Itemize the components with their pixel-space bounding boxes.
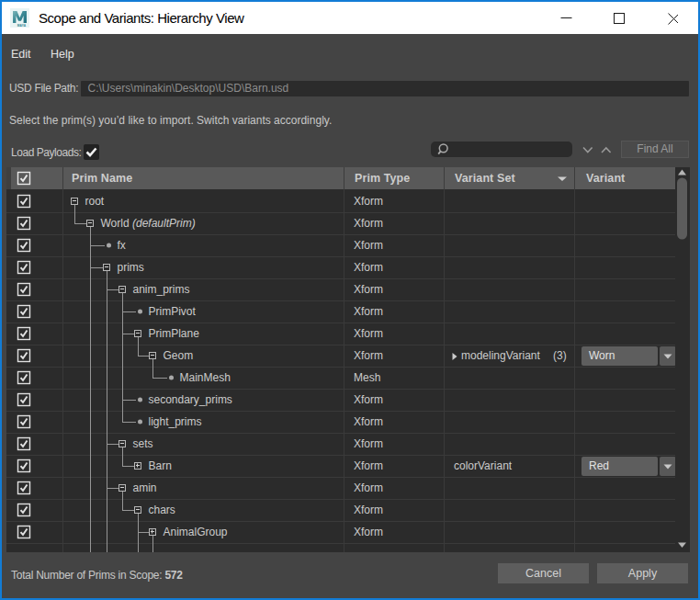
svg-text:MAYA: MAYA bbox=[17, 24, 27, 28]
